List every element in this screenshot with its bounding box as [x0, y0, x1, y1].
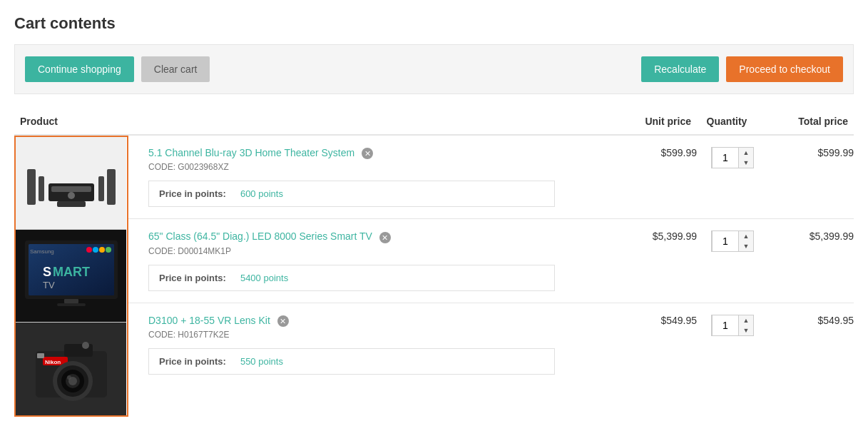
header-total-price: Total price — [762, 116, 848, 127]
product-images-panel: S MART TV Samsung — [14, 136, 128, 417]
remove-product-3-button[interactable]: ✕ — [277, 315, 289, 327]
home-theater-icon — [21, 144, 121, 223]
svg-point-18 — [106, 247, 111, 253]
product-3-code: CODE: H0167T7K2E — [148, 330, 603, 340]
svg-rect-3 — [51, 186, 91, 192]
svg-rect-1 — [39, 176, 44, 201]
product-3-points-label: Price in points: — [159, 356, 226, 367]
product-2-code: CODE: D00014MK1P — [148, 246, 603, 256]
svg-point-16 — [93, 247, 98, 253]
toolbar-left: Continue shopping Clear cart — [25, 56, 210, 82]
list-item: 5.1 Channel Blu-ray 3D Home Theater Syst… — [128, 136, 854, 219]
product-3-points-value: 550 points — [240, 356, 283, 367]
header-product: Product — [20, 116, 606, 127]
product-1-details: 5.1 Channel Blu-ray 3D Home Theater Syst… — [140, 147, 611, 207]
product-1-qty-down[interactable]: ▼ — [739, 158, 753, 168]
list-item: D3100 + 18-55 VR Lens Kit ✕ CODE: H0167T… — [128, 303, 854, 386]
svg-point-30 — [67, 375, 71, 380]
product-3-qty-up[interactable]: ▲ — [739, 315, 753, 325]
product-1-qty-up[interactable]: ▲ — [739, 148, 753, 158]
svg-text:TV: TV — [43, 280, 55, 290]
product-2-link[interactable]: 65" Class (64.5" Diag.) LED 8000 Series … — [148, 230, 372, 242]
svg-rect-20 — [57, 303, 86, 306]
product-3-qty-buttons: ▲ ▼ — [739, 315, 753, 335]
svg-point-17 — [99, 247, 105, 253]
product-1-title-row: 5.1 Channel Blu-ray 3D Home Theater Syst… — [148, 147, 603, 159]
product-1-unit-price: $599.99 — [611, 147, 697, 158]
product-2-details: 65" Class (64.5" Diag.) LED 8000 Series … — [140, 230, 611, 290]
list-item: 65" Class (64.5" Diag.) LED 8000 Series … — [128, 219, 854, 303]
product-2-qty-input[interactable] — [712, 231, 739, 251]
continue-shopping-button[interactable]: Continue shopping — [25, 56, 134, 82]
product-3-points-box: Price in points: 550 points — [148, 348, 555, 375]
remove-product-1-button[interactable]: ✕ — [362, 148, 373, 159]
product-image-3: Nikon — [16, 323, 126, 415]
svg-rect-0 — [27, 169, 36, 205]
product-3-link[interactable]: D3100 + 18-55 VR Lens Kit — [148, 315, 270, 326]
cart-main-layout: S MART TV Samsung — [14, 136, 854, 417]
svg-point-31 — [82, 342, 89, 349]
product-3-title-row: D3100 + 18-55 VR Lens Kit ✕ — [148, 315, 603, 327]
svg-point-15 — [86, 247, 92, 253]
toolbar: Continue shopping Clear cart Recalculate… — [14, 44, 854, 94]
camera-icon: Nikon — [21, 330, 121, 408]
svg-text:Nikon: Nikon — [45, 359, 61, 365]
page-title: Cart contents — [14, 14, 854, 33]
product-1-points-label: Price in points: — [159, 188, 226, 199]
svg-rect-7 — [57, 201, 86, 207]
product-3-qty-control: ▲ ▼ — [711, 315, 754, 336]
smart-tv-icon: S MART TV Samsung — [21, 237, 121, 315]
product-2-total-price: $5,399.99 — [768, 230, 854, 242]
page-container: Cart contents Continue shopping Clear ca… — [0, 0, 868, 431]
svg-text:Samsung: Samsung — [30, 248, 54, 255]
product-3-unit-price: $549.95 — [611, 315, 697, 326]
svg-rect-6 — [107, 169, 116, 205]
toolbar-right: Recalculate Proceed to checkout — [641, 56, 843, 82]
recalculate-button[interactable]: Recalculate — [641, 56, 719, 82]
product-2-qty-control: ▲ ▼ — [711, 230, 754, 252]
product-3-qty-input[interactable] — [712, 315, 739, 335]
header-unit-price: Unit price — [606, 116, 691, 127]
product-3-details: D3100 + 18-55 VR Lens Kit ✕ CODE: H0167T… — [140, 315, 611, 375]
product-2-points-box: Price in points: 5400 points — [148, 265, 555, 291]
product-1-quantity: ▲ ▼ — [697, 147, 768, 168]
svg-rect-19 — [64, 299, 78, 303]
svg-text:S: S — [43, 265, 51, 279]
proceed-to-checkout-button[interactable]: Proceed to checkout — [726, 56, 843, 82]
table-header: Product Unit price Quantity Total price — [14, 108, 854, 136]
product-1-qty-buttons: ▲ ▼ — [739, 148, 753, 168]
product-1-total-price: $599.99 — [768, 147, 854, 158]
svg-rect-5 — [98, 176, 104, 201]
svg-point-4 — [68, 192, 75, 199]
product-2-qty-buttons: ▲ ▼ — [739, 231, 753, 251]
product-1-points-value: 600 points — [240, 188, 283, 199]
product-3-qty-down[interactable]: ▼ — [739, 325, 753, 335]
product-2-qty-down[interactable]: ▼ — [739, 241, 753, 251]
product-entries-panel: 5.1 Channel Blu-ray 3D Home Theater Syst… — [128, 136, 854, 417]
clear-cart-button[interactable]: Clear cart — [141, 56, 210, 82]
product-1-points-box: Price in points: 600 points — [148, 181, 555, 207]
product-2-points-value: 5400 points — [240, 273, 288, 283]
product-image-1 — [16, 137, 126, 230]
product-2-title-row: 65" Class (64.5" Diag.) LED 8000 Series … — [148, 230, 603, 243]
product-image-2: S MART TV Samsung — [16, 230, 126, 323]
product-1-code: CODE: G0023968XZ — [148, 162, 603, 172]
header-quantity: Quantity — [691, 116, 762, 127]
svg-rect-32 — [37, 353, 44, 358]
product-2-quantity: ▲ ▼ — [697, 230, 768, 252]
product-3-total-price: $549.95 — [768, 315, 854, 326]
product-1-link[interactable]: 5.1 Channel Blu-ray 3D Home Theater Syst… — [148, 147, 354, 158]
svg-text:MART: MART — [53, 265, 90, 279]
product-2-points-label: Price in points: — [159, 273, 226, 283]
product-3-quantity: ▲ ▼ — [697, 315, 768, 336]
remove-product-2-button[interactable]: ✕ — [379, 232, 391, 243]
product-1-qty-control: ▲ ▼ — [711, 147, 754, 168]
product-1-qty-input[interactable] — [712, 148, 739, 168]
product-2-qty-up[interactable]: ▲ — [739, 231, 753, 241]
product-2-unit-price: $5,399.99 — [611, 230, 697, 242]
